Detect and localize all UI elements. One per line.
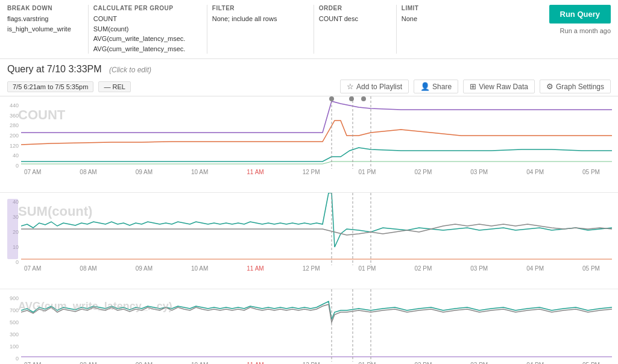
- chart-count-wrapper: 440 360 280 200 120 40 0: [0, 96, 618, 169]
- chart-avg: AVG(cum_write_latency_...cy) 900 700 500…: [0, 289, 618, 364]
- calc-val3: AVG(cum_write_latency_msec.: [93, 34, 190, 44]
- add-to-playlist-button[interactable]: ☆ Add to Playlist: [340, 80, 409, 93]
- calc-val1: COUNT: [93, 14, 190, 24]
- limit-col: LIMIT None: [402, 5, 450, 54]
- chart-sum-svg: [21, 193, 618, 265]
- graph-settings-button[interactable]: ⚙ Graph Settings: [540, 80, 611, 93]
- click-to-edit[interactable]: (Click to edit): [109, 66, 151, 74]
- purple-overlay: [7, 199, 18, 259]
- chart-avg-wrapper: 900 700 500 300 100 0: [0, 289, 618, 362]
- add-to-playlist-label: Add to Playlist: [356, 83, 402, 91]
- top-bar: BREAK DOWN flags.varstring is_high_volum…: [0, 0, 618, 59]
- breakdown-header: BREAK DOWN: [7, 5, 71, 11]
- svg-point-3: [329, 96, 334, 101]
- share-button[interactable]: 👤 Share: [414, 80, 458, 93]
- svg-point-4: [349, 96, 354, 101]
- run-query-button[interactable]: Run Query: [549, 5, 611, 24]
- calc-val4: AVG(cum_write_latency_msec.: [93, 44, 190, 54]
- calculate-header: CALCULATE PER GROUP: [93, 5, 190, 11]
- chart-sum-wrapper: 40 30 20 10 0: [0, 193, 618, 265]
- charts-container: COUNT 440 360 280 200 120 40 0: [0, 96, 618, 364]
- run-time: Run a month ago: [560, 27, 611, 34]
- time-range-button[interactable]: 7/5 6:21am to 7/5 5:35pm: [7, 81, 93, 92]
- chart-count-y-axis: 440 360 280 200 120 40 0: [0, 102, 21, 169]
- query-title-bar: Query at 7/10 3:33PM (Click to edit): [0, 59, 618, 77]
- share-label: Share: [432, 83, 452, 91]
- playlist-icon: ☆: [347, 82, 354, 91]
- filter-val1: None; include all rows: [212, 14, 297, 24]
- breakdown-val2: is_high_volume_write: [7, 24, 71, 34]
- chart-avg-y-axis: 900 700 500 300 100 0: [0, 295, 21, 362]
- chart-count-x-axis: 07 AM 08 AM 09 AM 10 AM 11 AM 12 PM 01 P…: [0, 169, 618, 175]
- query-title: Query at 7/10 3:33PM (Click to edit): [7, 64, 151, 74]
- chart-sum: SUM(count) 40 30 20 10 0: [0, 193, 618, 289]
- calculate-col: CALCULATE PER GROUP COUNT SUM(count) AVG…: [93, 5, 202, 54]
- svg-point-5: [361, 96, 366, 101]
- run-query-section: Run Query Run a month ago: [549, 5, 611, 34]
- chart-count-svg: [21, 96, 618, 169]
- query-title-text: Query at 7/10 3:33PM: [7, 64, 102, 74]
- rel-button[interactable]: — REL: [98, 81, 130, 92]
- chart-sum-x-axis: 07 AM 08 AM 09 AM 10 AM 11 AM 12 PM 01 P…: [0, 265, 618, 272]
- breakdown-val1: flags.varstring: [7, 14, 71, 24]
- filter-col: FILTER None; include all rows: [212, 5, 309, 54]
- order-header: ORDER: [319, 5, 379, 11]
- controls-bar: 7/5 6:21am to 7/5 5:35pm — REL ☆ Add to …: [0, 77, 618, 96]
- order-val1: COUNT desc: [319, 14, 379, 24]
- table-icon: ⊞: [470, 82, 476, 91]
- chart-avg-x-axis: 07 AM 08 AM 09 AM 10 AM 11 AM 12 PM 01 P…: [0, 362, 618, 364]
- order-col: ORDER COUNT desc: [319, 5, 391, 54]
- chart-count: COUNT 440 360 280 200 120 40 0: [0, 96, 618, 193]
- view-raw-data-label: View Raw Data: [479, 83, 528, 91]
- calc-val2: SUM(count): [93, 24, 190, 34]
- view-raw-data-button[interactable]: ⊞ View Raw Data: [463, 80, 535, 93]
- limit-header: LIMIT: [402, 5, 438, 11]
- gear-icon: ⚙: [546, 82, 553, 91]
- share-icon: 👤: [420, 82, 430, 91]
- filter-header: FILTER: [212, 5, 297, 11]
- chart-avg-svg: [21, 289, 618, 362]
- limit-val1: None: [402, 14, 438, 24]
- graph-settings-label: Graph Settings: [556, 83, 604, 91]
- query-params: BREAK DOWN flags.varstring is_high_volum…: [7, 5, 549, 54]
- breakdown-col: BREAK DOWN flags.varstring is_high_volum…: [7, 5, 83, 54]
